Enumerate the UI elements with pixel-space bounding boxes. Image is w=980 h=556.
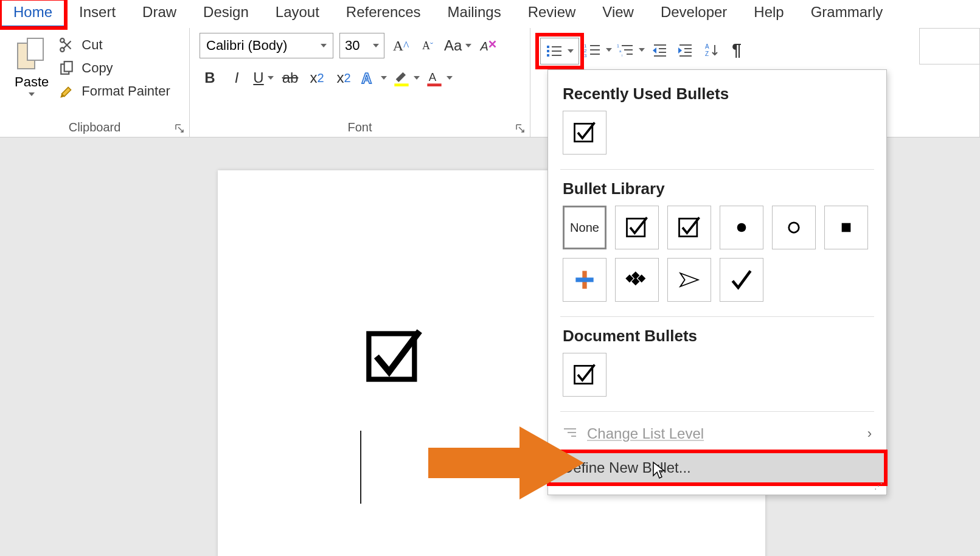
tab-references[interactable]: References — [333, 0, 434, 28]
text-cursor — [360, 431, 361, 504]
tab-review[interactable]: Review — [515, 0, 589, 28]
change-case-button[interactable]: Aa — [444, 33, 471, 58]
chevron-down-icon — [373, 44, 379, 47]
svg-rect-39 — [627, 218, 645, 236]
group-clipboard: Paste Cut Copy — [0, 28, 190, 137]
tab-mailings[interactable]: Mailings — [434, 0, 515, 28]
tab-draw[interactable]: Draw — [129, 0, 190, 28]
svg-rect-10 — [547, 50, 549, 52]
subscript-button[interactable]: x2 — [307, 66, 327, 90]
panel-document-section: Document Bullets — [548, 322, 886, 406]
library-bullet-checkbox-2[interactable] — [667, 206, 711, 249]
sort-button[interactable]: AZ — [701, 38, 721, 62]
decrease-indent-button[interactable] — [650, 38, 670, 62]
chevron-down-icon — [29, 92, 35, 96]
tab-insert[interactable]: Insert — [66, 0, 129, 28]
copy-button[interactable]: Copy — [58, 60, 170, 77]
library-bullet-circle[interactable] — [772, 206, 816, 249]
font-color-button[interactable]: A — [426, 66, 453, 90]
paste-label: Paste — [15, 74, 49, 90]
text-effects-button[interactable]: A — [360, 66, 387, 90]
svg-text:A: A — [361, 71, 372, 86]
panel-library-section: Bullet Library None — [548, 175, 886, 311]
library-bullet-checkmark[interactable] — [720, 258, 763, 302]
library-bullet-color-cross[interactable] — [563, 258, 606, 302]
svg-text:3: 3 — [584, 53, 587, 57]
clipboard-icon — [17, 38, 46, 72]
tab-design[interactable]: Design — [190, 0, 262, 28]
bullets-dropdown-button[interactable] — [540, 38, 579, 64]
format-painter-label: Format Painter — [82, 83, 170, 99]
change-list-level-item: Change List Level › — [548, 417, 886, 451]
library-bullet-disc[interactable] — [720, 206, 763, 249]
svg-text:a: a — [619, 49, 622, 53]
tab-view[interactable]: View — [589, 0, 647, 28]
recent-bullet-checkbox[interactable] — [563, 111, 606, 155]
svg-point-0 — [60, 47, 64, 52]
bold-button[interactable]: B — [200, 66, 220, 90]
increase-indent-button[interactable] — [675, 38, 696, 62]
svg-rect-3 — [64, 61, 72, 71]
change-list-level-label: Change List Level — [587, 425, 704, 442]
svg-text:A: A — [705, 43, 709, 50]
tab-grammarly[interactable]: Grammarly — [798, 0, 897, 28]
group-clipboard-label: Clipboard — [0, 120, 189, 134]
highlight-button[interactable] — [393, 66, 420, 90]
svg-rect-46 — [575, 366, 593, 383]
underline-button[interactable]: U — [253, 66, 274, 90]
italic-button[interactable]: I — [226, 66, 247, 90]
group-font-label: Font — [190, 120, 530, 134]
svg-rect-6 — [394, 83, 408, 86]
paste-button[interactable]: Paste — [10, 33, 54, 101]
svg-text:i: i — [622, 54, 622, 57]
svg-text:A: A — [429, 71, 437, 83]
decrease-font-button[interactable]: Aˇ — [417, 33, 438, 58]
show-hide-marks-button[interactable]: ¶ — [726, 38, 747, 62]
styles-gallery[interactable] — [919, 28, 980, 64]
cut-button[interactable]: Cut — [58, 36, 170, 54]
svg-rect-38 — [575, 123, 593, 141]
copy-label: Copy — [82, 60, 113, 76]
cut-label: Cut — [82, 37, 102, 53]
resize-grip-icon[interactable]: ⋰ — [874, 481, 883, 491]
library-bullet-none[interactable]: None — [563, 206, 606, 249]
font-size-select[interactable]: 30 — [339, 33, 384, 58]
svg-rect-11 — [547, 54, 549, 57]
increase-font-button[interactable]: A^ — [391, 33, 411, 58]
multilevel-list-button[interactable]: 1ai — [617, 38, 645, 62]
svg-rect-45 — [575, 277, 593, 282]
chevron-down-icon — [321, 44, 327, 47]
scissors-icon — [58, 36, 75, 54]
tab-help[interactable]: Help — [740, 0, 797, 28]
clipboard-launcher[interactable] — [175, 123, 186, 134]
library-bullet-arrow[interactable] — [667, 258, 711, 302]
bullets-icon — [546, 44, 564, 58]
format-painter-button[interactable]: Format Painter — [58, 83, 170, 100]
define-new-bullet-item[interactable]: Define New Bullet... — [548, 451, 886, 485]
svg-text:A: A — [480, 40, 488, 53]
font-size-value: 30 — [345, 38, 360, 54]
font-launcher[interactable] — [515, 123, 526, 134]
library-bullet-checkbox-1[interactable] — [615, 206, 659, 249]
library-bullet-square[interactable] — [824, 206, 868, 249]
superscript-button[interactable]: x2 — [333, 66, 354, 90]
document-heading: Document Bullets — [563, 327, 872, 346]
svg-point-41 — [737, 223, 746, 232]
svg-rect-40 — [679, 218, 697, 236]
numbering-button[interactable]: 123 — [584, 38, 612, 62]
clear-formatting-button[interactable]: A — [478, 33, 498, 58]
document-checkbox-bullet — [364, 326, 425, 389]
font-family-select[interactable]: Calibri (Body) — [200, 33, 333, 58]
tab-layout[interactable]: Layout — [262, 0, 333, 28]
library-bullet-diamond[interactable] — [615, 258, 659, 302]
strikethrough-button[interactable]: ab — [280, 66, 301, 90]
copy-icon — [58, 60, 75, 77]
recent-heading: Recently Used Bullets — [563, 85, 872, 103]
tab-developer[interactable]: Developer — [647, 0, 740, 28]
document-bullet-checkbox[interactable] — [563, 353, 606, 397]
group-font: Calibri (Body) 30 A^ Aˇ Aa A B I U ab — [190, 28, 530, 137]
svg-text:Z: Z — [705, 50, 709, 57]
svg-rect-9 — [547, 46, 549, 48]
tab-home[interactable]: Home — [0, 0, 66, 28]
svg-point-1 — [60, 38, 64, 42]
